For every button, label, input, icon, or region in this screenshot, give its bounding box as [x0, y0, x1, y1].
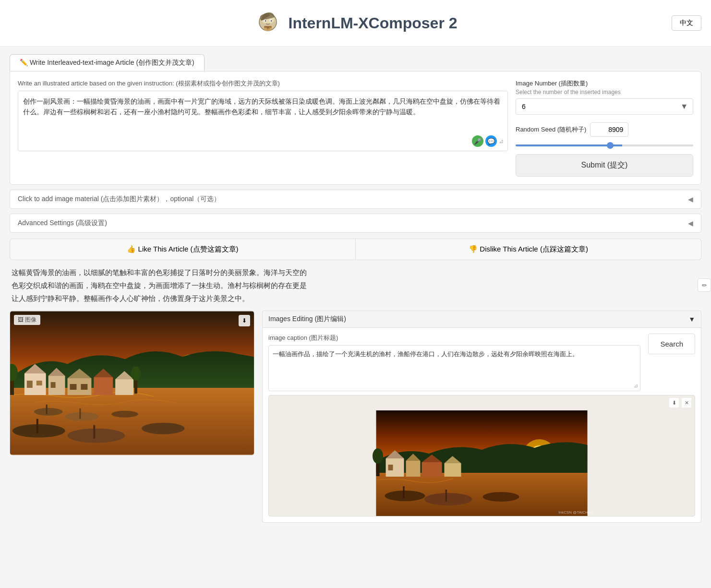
advanced-settings-label: Advanced Settings (高级设置)	[18, 219, 107, 228]
caption-wrapper: image caption (图片标题) ⊿	[268, 334, 640, 391]
svg-point-55	[385, 491, 425, 501]
svg-rect-34	[36, 419, 38, 433]
svg-rect-15	[27, 381, 33, 388]
image-material-label: Click to add image material (点击添加图片素材），o…	[18, 195, 220, 204]
svg-rect-12	[10, 388, 254, 455]
caption-label: image caption (图片标题)	[268, 334, 640, 342]
seed-input[interactable]	[590, 122, 628, 137]
svg-point-61	[373, 448, 383, 464]
svg-point-41	[131, 366, 141, 381]
svg-rect-24	[94, 377, 113, 395]
mic-icon[interactable]: 🎤	[472, 135, 483, 147]
svg-rect-51	[422, 462, 442, 477]
header: 书 InternLM-XComposer 2 中文	[0, 0, 711, 47]
svg-point-37	[142, 423, 185, 434]
image-number-sublabel: Select the number of the inserted images	[516, 89, 693, 96]
result-image-toolbar: ⬇ ✕	[269, 396, 695, 410]
article-input[interactable]	[18, 91, 507, 149]
svg-point-33	[12, 424, 65, 438]
language-button[interactable]: 中文	[672, 15, 701, 31]
svg-rect-48	[388, 465, 393, 470]
panel-layout: Write an illustrated article based on th…	[18, 79, 693, 177]
article-input-wrapper: 🎤 💬 ⊿	[18, 91, 508, 151]
svg-rect-36	[93, 425, 95, 439]
svg-rect-16	[36, 381, 42, 385]
advanced-settings-collapse-icon: ◀	[688, 219, 693, 227]
input-label: Write an illustrated article based on th…	[18, 79, 508, 88]
painting-image	[10, 311, 254, 455]
result-close-button[interactable]: ✕	[681, 397, 692, 408]
images-editing-panel: Images Editing (图片编辑) ▼ image caption (图…	[262, 311, 701, 523]
images-editing-collapse-icon: ▼	[688, 315, 695, 323]
images-editing-body: image caption (图片标题) ⊿ Search ⬇ ✕	[262, 328, 701, 523]
resize-handle: ⊿	[499, 138, 504, 144]
svg-rect-56	[403, 486, 405, 498]
result-image: InkCSN @TAICHIFE...	[269, 410, 695, 516]
panel-right: Image Number (插图数量) Select the number of…	[516, 79, 693, 177]
image-label: 🖼 图像	[14, 315, 40, 325]
image-material-collapse-icon: ◀	[688, 195, 693, 203]
edit-text-button[interactable]: ✏	[698, 278, 711, 292]
image-number-select[interactable]: 123 456 78	[516, 99, 693, 114]
seed-slider[interactable]	[516, 144, 693, 146]
result-download-button[interactable]: ⬇	[669, 397, 679, 408]
article-line2: 色彩交织成和谐的画面，海鸥在空中盘旋，为画面增添了一抹生动。渔村与棕榈树的存在更…	[12, 281, 307, 289]
seed-row: Random Seed (随机种子)	[516, 122, 693, 137]
textarea-icons: 🎤 💬 ⊿	[472, 135, 504, 147]
svg-text:InkCSN @TAICHIFE...: InkCSN @TAICHIFE...	[559, 510, 597, 515]
svg-rect-19	[51, 382, 56, 388]
article-text-block: 这幅黄昏海景的油画，以细腻的笔触和丰富的色彩捕捉了日落时分的美丽景象。海洋与天空…	[10, 266, 701, 305]
tab-label: ✏️ Write Interleaved-text-image Article …	[20, 59, 194, 67]
svg-point-57	[424, 493, 472, 505]
like-button[interactable]: 👍 Like This Article (点赞这篇文章)	[10, 239, 356, 260]
submit-button[interactable]: Submit (提交)	[516, 154, 693, 177]
svg-point-32	[111, 411, 138, 418]
svg-point-59	[483, 492, 519, 502]
logo-container: 书 InternLM-XComposer 2	[253, 9, 457, 37]
chat-icon[interactable]: 💬	[485, 135, 497, 147]
svg-rect-29	[46, 405, 48, 414]
result-image-container: ⬇ ✕	[268, 395, 695, 516]
svg-rect-58	[446, 490, 447, 502]
svg-rect-23	[81, 384, 87, 390]
caption-resize-handle: ⊿	[634, 383, 638, 389]
tab-bar: ✏️ Write Interleaved-text-image Article …	[10, 54, 701, 71]
images-editing-header: Images Editing (图片编辑) ▼	[262, 311, 701, 328]
dislike-button[interactable]: 👎 Dislike This Article (点踩这篇文章)	[356, 239, 701, 260]
panel-left: Write an illustrated article based on th…	[18, 79, 508, 177]
svg-text:书: 书	[266, 27, 269, 30]
seed-label: Random Seed (随机种子)	[516, 125, 586, 134]
svg-point-4	[265, 20, 266, 21]
search-button[interactable]: Search	[648, 334, 695, 354]
article-line1: 这幅黄昏海景的油画，以细腻的笔触和丰富的色彩捕捉了日落时分的美丽景象。海洋与天空…	[12, 268, 307, 276]
images-editing-title: Images Editing (图片编辑)	[268, 315, 346, 324]
image-material-collapsible[interactable]: Click to add image material (点击添加图片素材），o…	[10, 190, 701, 209]
main-content: ✏️ Write Interleaved-text-image Article …	[0, 47, 711, 530]
logo-icon: 书	[253, 9, 282, 37]
image-container: 🖼 图像 ⬇	[10, 311, 254, 456]
svg-point-30	[65, 412, 99, 421]
caption-search-row: image caption (图片标题) ⊿ Search	[268, 334, 695, 391]
lower-content: 🖼 图像 ⬇	[10, 311, 701, 523]
advanced-settings-collapsible[interactable]: Advanced Settings (高级设置) ◀	[10, 214, 701, 233]
article-text: 这幅黄昏海景的油画，以细腻的笔触和丰富的色彩捕捉了日落时分的美丽景象。海洋与天空…	[10, 266, 336, 305]
image-number-label: Image Number (插图数量)	[516, 79, 693, 88]
app-title: InternLM-XComposer 2	[288, 14, 457, 32]
svg-rect-49	[406, 461, 421, 477]
svg-rect-53	[445, 463, 461, 477]
svg-point-28	[34, 408, 63, 416]
caption-area-wrapper: ⊿	[268, 345, 640, 391]
feedback-row: 👍 Like This Article (点赞这篇文章) 👎 Dislike T…	[10, 239, 701, 260]
svg-rect-31	[79, 408, 81, 419]
image-section: 🖼 图像 ⬇	[10, 311, 254, 523]
slider-row	[516, 144, 693, 146]
caption-textarea[interactable]	[269, 346, 640, 389]
svg-rect-26	[115, 379, 133, 395]
svg-point-35	[68, 429, 125, 443]
image-download-button[interactable]: ⬇	[239, 315, 250, 326]
article-line3: 让人感到宁静和平静。整幅画作令人心旷神怡，仿佛置身于这片美景之中。	[12, 294, 249, 302]
tab-write-article[interactable]: ✏️ Write Interleaved-text-image Article …	[10, 54, 205, 71]
svg-point-5	[271, 20, 272, 21]
main-panel: Write an illustrated article based on th…	[10, 71, 701, 185]
image-label-text: 🖼 图像	[18, 316, 36, 324]
